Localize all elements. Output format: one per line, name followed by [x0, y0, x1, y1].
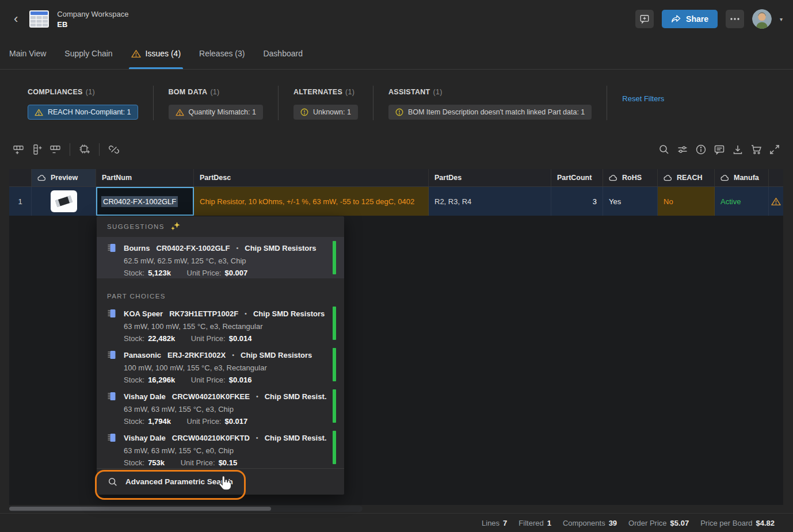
grid-header-row: Preview PartNum PartDesc PartDes PartCou… [9, 169, 783, 187]
share-button[interactable]: Share [662, 10, 718, 28]
tab-label: Supply Chain [64, 49, 112, 58]
rohs-cell[interactable]: Yes [603, 187, 658, 216]
add-column-button[interactable] [28, 140, 46, 159]
preview-cell[interactable] [32, 187, 96, 216]
column-label: PartNum [102, 174, 132, 182]
info-button[interactable] [692, 140, 710, 159]
part-choice-item[interactable]: Vishay Dale CRCW040210K0FKEE • Chip SMD … [97, 385, 344, 427]
column-header-rownum[interactable] [9, 169, 32, 186]
issue-filter-bar: COMPLIANCES(1) REACH Non-Compliant: 1 BO… [9, 78, 784, 131]
filter-chip-quantity-mismatch[interactable]: Quantity Mismatch: 1 [169, 105, 263, 120]
reach-cell[interactable]: No [658, 187, 715, 216]
column-header-rohs[interactable]: RoHS [603, 169, 658, 186]
expand-button[interactable] [765, 140, 784, 159]
tab-label: Issues (4) [146, 49, 181, 58]
remove-row-button[interactable] [46, 140, 64, 159]
partdes-cell[interactable]: R2, R3, R4 [429, 187, 551, 216]
part-choice-item[interactable]: Vishay Dale CRCW040210K0FKTD • Chip SMD … [97, 427, 344, 468]
stock-availability-bar [333, 389, 336, 423]
category: Chip SMD Resistors [253, 309, 325, 318]
search-button[interactable] [655, 140, 673, 159]
partdesc-cell[interactable]: Chip Resistor, 10 kOhms, +/-1 %, 63 mW, … [194, 187, 429, 216]
stock-price-line: Stock:5,123k Unit Price:$0.007 [124, 269, 327, 277]
row-issue-cell[interactable] [769, 187, 783, 216]
part-specs: 63 mW, 63 mW, 155 °C, e3, Chip [124, 405, 327, 414]
grid-toolbar [9, 140, 784, 159]
row-number-cell[interactable]: 1 [9, 187, 32, 216]
cart-button[interactable] [747, 140, 765, 159]
bullet-separator: • [245, 310, 247, 317]
download-button[interactable] [729, 140, 747, 159]
bom-app-window: ‹ Company Workspace EB [0, 0, 793, 532]
reset-filters-link[interactable]: Reset Filters [622, 94, 664, 103]
stock-availability-bar [333, 431, 336, 464]
ic-chip-icon [107, 243, 117, 253]
filter-group-title: BOM DATA(1) [169, 88, 263, 96]
filter-chip-bom-description-mismatch[interactable]: BOM Item Description doesn't match linke… [388, 105, 592, 120]
sparkles-icon [170, 221, 181, 232]
back-button[interactable]: ‹ [10, 13, 21, 25]
stock-availability-bar [333, 241, 336, 274]
cloud-icon [37, 175, 46, 181]
divider [99, 143, 100, 156]
part-specs: 63 mW, 63 mW, 155 °C, e0, Chip [124, 446, 327, 455]
stock-price-line: Stock:753k Unit Price:$0.15 [124, 458, 327, 467]
workspace-titles: Company Workspace EB [57, 10, 128, 29]
stock-price-line: Stock:22,482k Unit Price:$0.014 [124, 334, 327, 343]
partcount-cell[interactable]: 3 [551, 187, 603, 216]
part-choice-item[interactable]: Panasonic ERJ-2RKF1002X • Chip SMD Resis… [97, 344, 344, 385]
filter-chip-unknown[interactable]: Unknown: 1 [293, 105, 358, 120]
project-name: EB [57, 20, 128, 29]
cloud-icon [720, 175, 729, 181]
divider [607, 86, 607, 120]
suggestion-item[interactable]: Bourns CR0402-FX-1002GLF • Chip SMD Resi… [97, 237, 344, 278]
add-comment-button[interactable] [635, 10, 654, 28]
partnum-selected-text[interactable]: CR0402-FX-1002GLF [101, 196, 178, 207]
manufacturer-lifecycle-cell[interactable]: Active [715, 187, 769, 216]
partnum-edit-cell[interactable]: CR0402-FX-1002GLF [96, 187, 194, 216]
search-icon [108, 477, 118, 487]
stat-order-price: Order Price$5.07 [628, 519, 689, 527]
filter-group-alternates: ALTERNATES(1) Unknown: 1 [279, 78, 373, 120]
stat-components: Components39 [563, 519, 617, 527]
column-header-preview[interactable]: Preview [32, 169, 96, 186]
bom-row-1[interactable]: 1 CR0402-FX-1002GLF Chip Resisto [9, 187, 783, 216]
tab-main-view[interactable]: Main View [9, 38, 46, 69]
filter-settings-button[interactable] [673, 140, 692, 159]
tab-supply-chain[interactable]: Supply Chain [64, 38, 112, 69]
part-specs: 100 mW, 100 mW, 155 °C, e3, Rectangular [124, 363, 327, 372]
column-header-reach[interactable]: REACH [658, 169, 715, 186]
bullet-separator: • [256, 393, 258, 400]
manufacturer: KOA Speer [124, 309, 163, 318]
ic-chip-icon [107, 433, 117, 443]
tab-releases[interactable]: Releases (3) [199, 38, 245, 69]
category: Chip SMD Resist... [265, 434, 327, 442]
mpn: CRCW040210K0FKTD [172, 434, 250, 442]
column-header-manufacturer[interactable]: Manufa [715, 169, 769, 186]
view-tabs: Main View Supply Chain Issues (4) Releas… [0, 38, 793, 70]
account-caret-icon[interactable]: ▾ [780, 16, 783, 22]
comments-button[interactable] [710, 140, 729, 159]
part-choice-item[interactable]: KOA Speer RK73H1ETTP1002F • Chip SMD Res… [97, 303, 344, 344]
filter-chip-reach-non-compliant[interactable]: REACH Non-Compliant: 1 [28, 105, 138, 120]
user-avatar[interactable] [752, 9, 772, 29]
add-row-button[interactable] [9, 140, 28, 159]
column-label: RoHS [622, 174, 642, 182]
filter-group-bom-data: BOM DATA(1) Quantity Mismatch: 1 [154, 78, 278, 120]
advanced-parametric-search-label: Advanced Parametric Search [125, 477, 233, 486]
column-label: Manufa [734, 174, 759, 182]
column-header-partnum[interactable]: PartNum [96, 169, 194, 186]
advanced-parametric-search-button[interactable]: Advanced Parametric Search [97, 468, 344, 495]
warning-triangle-icon [771, 197, 781, 206]
unlink-button[interactable] [105, 140, 123, 159]
suggestions-section-header: SUGGESTIONS [97, 216, 344, 237]
column-header-partdes[interactable]: PartDes [429, 169, 551, 186]
tab-issues[interactable]: Issues (4) [131, 38, 181, 69]
column-header-issues[interactable] [769, 169, 783, 186]
column-header-partcount[interactable]: PartCount [551, 169, 603, 186]
tab-dashboard[interactable]: Dashboard [263, 38, 303, 69]
add-part-button[interactable] [75, 140, 94, 159]
horizontal-scrollbar-thumb[interactable] [9, 507, 271, 511]
column-header-partdesc[interactable]: PartDesc [194, 169, 429, 186]
more-options-button[interactable] [726, 10, 744, 28]
